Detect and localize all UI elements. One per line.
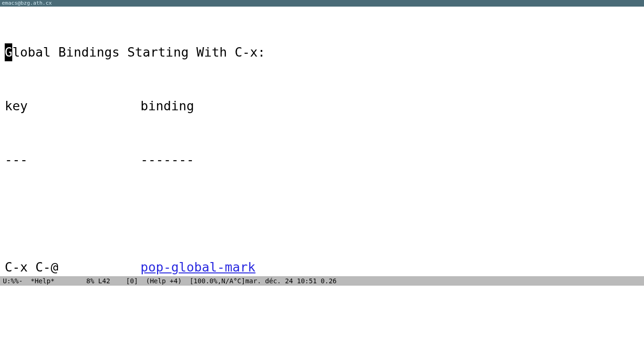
mode-line[interactable]: U:%%- *Help* 8% L42 [0] (Help +4) [100.0… bbox=[0, 276, 644, 286]
minibuffer-area[interactable] bbox=[0, 286, 644, 362]
column-dashes: ---------- bbox=[5, 151, 639, 169]
header-binding: binding bbox=[140, 97, 194, 115]
emacs-frame: Global Bindings Starting With C-x: keybi… bbox=[0, 7, 644, 362]
binding-key: C-x C-@ bbox=[5, 258, 140, 276]
help-buffer[interactable]: Global Bindings Starting With C-x: keybi… bbox=[0, 7, 644, 276]
modeline-buffer: U:%%- *Help* bbox=[3, 277, 55, 285]
blank-line bbox=[5, 205, 639, 222]
buffer-title-line: Global Bindings Starting With C-x: bbox=[5, 43, 639, 61]
modeline-position: 8% L42 bbox=[86, 277, 110, 285]
binding-command-link[interactable]: pop-global-mark bbox=[140, 258, 256, 276]
window-title: emacs@bzg.ath.cx bbox=[2, 0, 52, 6]
header-key: key bbox=[5, 97, 140, 115]
binding-row: C-x C-@pop-global-mark bbox=[5, 258, 639, 276]
dash-binding: ------- bbox=[140, 151, 194, 169]
title-rest: lobal Bindings Starting With C-x: bbox=[12, 43, 265, 61]
dash-key: --- bbox=[5, 151, 140, 169]
modeline-rest: [0] (Help +4) [100.0%,N/A°C]mar. déc. 24… bbox=[126, 277, 337, 285]
window-titlebar: emacs@bzg.ath.cx bbox=[0, 0, 644, 7]
cursor: G bbox=[5, 43, 12, 61]
column-headers: keybinding bbox=[5, 97, 639, 115]
